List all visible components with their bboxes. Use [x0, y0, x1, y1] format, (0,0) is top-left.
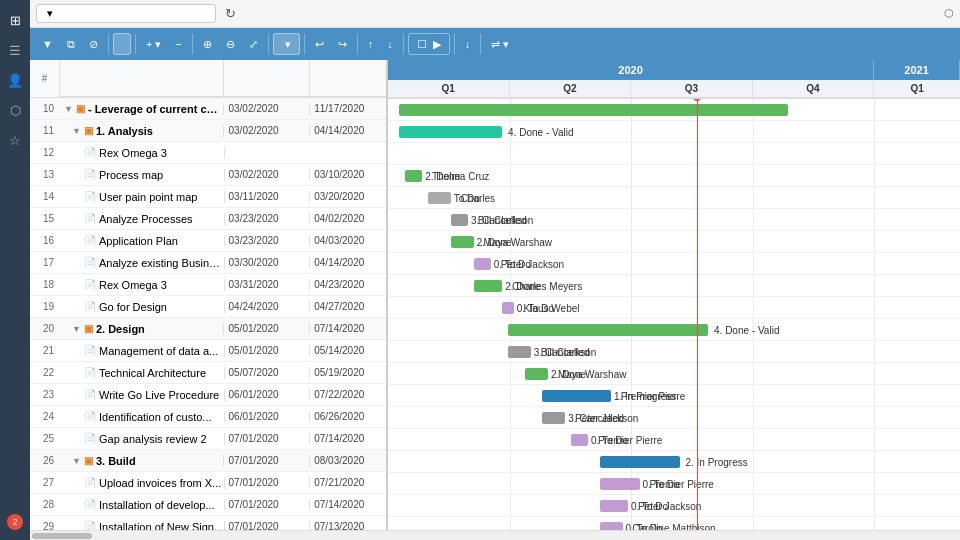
- zoom-out-button[interactable]: ⊖: [220, 32, 241, 56]
- task-header: #: [30, 60, 386, 98]
- task-name-text: Rex Omega 3: [99, 147, 167, 159]
- task-name-text: Gap analysis review 2: [99, 433, 207, 445]
- export-icon[interactable]: ⬡: [944, 7, 954, 20]
- task-name-text: Process map: [99, 169, 163, 181]
- gantt-bar: [571, 434, 588, 446]
- gantt-bar: [474, 280, 503, 292]
- resolution-button[interactable]: ▾: [273, 33, 300, 55]
- copy-button[interactable]: ⧉: [61, 32, 81, 56]
- gantt-header: 2020 2021 Q1 Q2 Q3 Q4 Q1: [388, 60, 960, 99]
- task-row[interactable]: 15 📄 Analyze Processes 03/23/2020 04/02/…: [30, 208, 386, 230]
- task-number: 12: [30, 147, 60, 158]
- scroll-thumb[interactable]: [32, 533, 92, 539]
- task-number: 11: [30, 125, 60, 136]
- chevron-down-icon: ▾: [47, 7, 53, 20]
- task-name: 📄 Upload invoices from X...: [60, 477, 225, 489]
- task-name-text: User pain point map: [99, 191, 197, 203]
- export-button[interactable]: ↓: [459, 32, 477, 56]
- task-name-text: Rex Omega 3: [99, 279, 167, 291]
- task-name-text: - Leverage of current comp...: [88, 103, 224, 115]
- bottom-scroll[interactable]: [30, 530, 960, 540]
- task-row[interactable]: 14 📄 User pain point map 03/11/2020 03/2…: [30, 186, 386, 208]
- task-row[interactable]: 27 📄 Upload invoices from X... 07/01/202…: [30, 472, 386, 494]
- task-row[interactable]: 24 📄 Identification of custo... 06/01/20…: [30, 406, 386, 428]
- critical-path-button[interactable]: ☐ ▶: [408, 33, 450, 55]
- left-sidebar: ⊞ ☰ 👤 ⬡ ☆ 2: [0, 0, 30, 540]
- sidebar-user-icon[interactable]: 👤: [3, 68, 27, 92]
- project-selector[interactable]: ▾: [36, 4, 216, 23]
- task-row[interactable]: 11 ▼ ▣ 1. Analysis 03/02/2020 04/14/2020: [30, 120, 386, 142]
- redo-button[interactable]: ↪: [332, 32, 353, 56]
- task-end-date: 07/14/2020: [310, 433, 386, 444]
- task-end-date: 04/02/2020: [310, 213, 386, 224]
- scroll-down-button[interactable]: ↓: [381, 32, 399, 56]
- task-end-date: 11/17/2020: [310, 103, 386, 114]
- gantt-status-label: 0. To Do: [625, 523, 662, 530]
- share-button[interactable]: ⇌ ▾: [485, 32, 515, 56]
- task-row[interactable]: 25 📄 Gap analysis review 2 07/01/2020 07…: [30, 428, 386, 450]
- copy-icon: ⧉: [67, 38, 75, 51]
- task-row[interactable]: 12 📄 Rex Omega 3: [30, 142, 386, 164]
- scroll-up-button[interactable]: ↑: [362, 32, 380, 56]
- gantt-status-label: 3. Cancelled: [471, 215, 527, 226]
- gantt-bar: [508, 324, 708, 336]
- task-start-date: 03/02/2020: [224, 125, 310, 136]
- task-row[interactable]: 22 📄 Technical Architecture 05/07/2020 0…: [30, 362, 386, 384]
- expand-icon[interactable]: ▼: [72, 126, 81, 136]
- task-row[interactable]: 26 ▼ ▣ 3. Build 07/01/2020 08/03/2020: [30, 450, 386, 472]
- task-row[interactable]: 17 📄 Analyze existing Busine... 03/30/20…: [30, 252, 386, 274]
- sidebar-star-icon[interactable]: ☆: [3, 128, 27, 152]
- task-start-date: 07/01/2020: [224, 455, 310, 466]
- delete-button[interactable]: ⊘: [83, 32, 104, 56]
- today-line: [697, 99, 698, 530]
- expand-icon[interactable]: ▼: [72, 324, 81, 334]
- q2-2020: Q2: [510, 80, 632, 97]
- task-row[interactable]: 19 📄 Go for Design 04/24/2020 04/27/2020: [30, 296, 386, 318]
- gantt-bar: [600, 478, 640, 490]
- undo-button[interactable]: ↩: [309, 32, 330, 56]
- task-row[interactable]: 28 📄 Installation of develop... 07/01/20…: [30, 494, 386, 516]
- task-name-text: Installation of develop...: [99, 499, 215, 511]
- expand-icon[interactable]: ▼: [64, 104, 73, 114]
- task-name: 📄 Installation of develop...: [60, 499, 225, 511]
- separator5: [304, 34, 305, 54]
- task-row[interactable]: 29 📄 Installation of New Sign... 07/01/2…: [30, 516, 386, 530]
- gantt-bar-label: 2. In Progress: [685, 457, 747, 468]
- filter-button[interactable]: ▼: [36, 32, 59, 56]
- fit-button[interactable]: ⤢: [243, 32, 264, 56]
- refresh-button[interactable]: ↻: [220, 4, 240, 24]
- year-2020: 2020: [388, 60, 874, 80]
- task-row[interactable]: 20 ▼ ▣ 2. Design 05/01/2020 07/14/2020: [30, 318, 386, 340]
- year-2021: 2021: [874, 60, 960, 80]
- task-number: 27: [30, 477, 60, 488]
- gantt-bar: [542, 390, 611, 402]
- task-name-text: Go for Design: [99, 301, 167, 313]
- task-start-date: 03/11/2020: [225, 191, 311, 202]
- zoom-in-button[interactable]: ⊕: [197, 32, 218, 56]
- task-row[interactable]: 13 📄 Process map 03/02/2020 03/10/2020: [30, 164, 386, 186]
- task-number: 19: [30, 301, 60, 312]
- task-file-icon: 📄: [84, 147, 96, 158]
- gantt-status-label: 0. To Do: [643, 479, 680, 490]
- task-row[interactable]: 21 📄 Management of data a... 05/01/2020 …: [30, 340, 386, 362]
- add-button[interactable]: + ▾: [140, 32, 167, 56]
- task-row[interactable]: 10 ▼ ▣ - Leverage of current comp... 03/…: [30, 98, 386, 120]
- separator8: [454, 34, 455, 54]
- sidebar-flow-icon[interactable]: ⬡: [3, 98, 27, 122]
- task-name: 📄 Analyze existing Busine...: [60, 257, 225, 269]
- task-name-text: Analyze existing Busine...: [99, 257, 224, 269]
- task-start-date: 05/01/2020: [224, 323, 310, 334]
- task-name: 📄 Installation of New Sign...: [60, 521, 225, 531]
- sidebar-home-icon[interactable]: ⊞: [3, 8, 27, 32]
- expand-icon[interactable]: ▼: [72, 456, 81, 466]
- resolution-dropdown-icon: ▾: [285, 38, 291, 51]
- minus-button[interactable]: −: [169, 32, 187, 56]
- task-number: 10: [30, 103, 60, 114]
- task-end-date: 04/27/2020: [310, 301, 386, 312]
- task-row[interactable]: 16 📄 Application Plan 03/23/2020 04/03/2…: [30, 230, 386, 252]
- task-row[interactable]: 23 📄 Write Go Live Procedure 06/01/2020 …: [30, 384, 386, 406]
- view-details-button[interactable]: [113, 33, 131, 55]
- task-row[interactable]: 18 📄 Rex Omega 3 03/31/2020 04/23/2020: [30, 274, 386, 296]
- separator9: [480, 34, 481, 54]
- sidebar-list-icon[interactable]: ☰: [3, 38, 27, 62]
